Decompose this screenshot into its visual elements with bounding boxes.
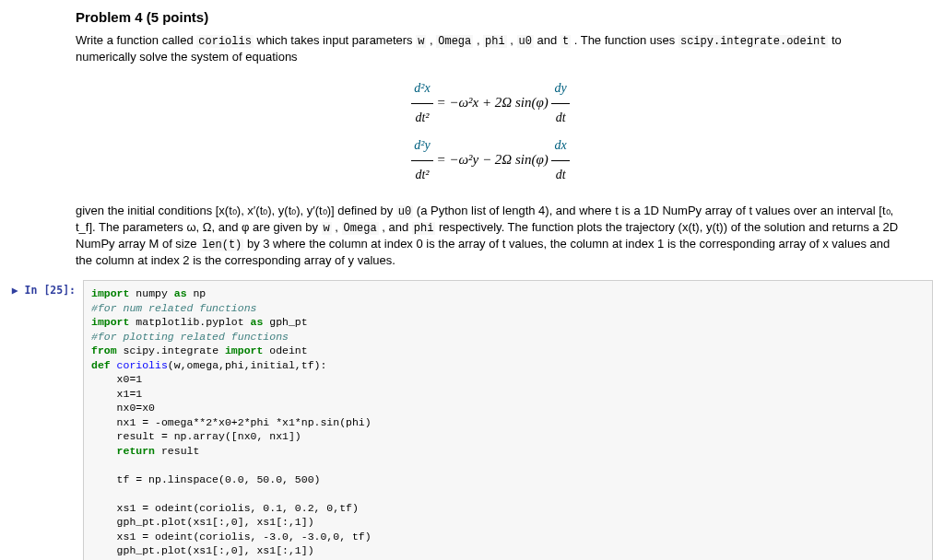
prompt-label: In [25]: xyxy=(25,284,76,297)
txt: (w,omega,phi,initial,tf): xyxy=(168,359,327,371)
intro-paragraph: Write a function called coriolis which t… xyxy=(76,32,905,65)
text: , xyxy=(332,220,342,234)
code-line: xs1 = odeint(coriolis, -3.0, -3.0,0, tf) xyxy=(91,531,372,542)
kw: from xyxy=(91,344,117,356)
run-indicator-icon: ▶ xyxy=(12,284,25,297)
code-line: x0=1 xyxy=(91,373,142,385)
eq1-lhs-num: d²x xyxy=(411,75,432,104)
kw: import xyxy=(225,344,263,356)
code-line: gph_pt.plot(xs1[:,0], xs1[:,1]) xyxy=(91,516,314,528)
text: given the initial conditions [x(t₀), x′(… xyxy=(76,204,396,217)
code-phi: phi xyxy=(483,35,507,48)
equation-2: d²ydt² = −ω²y − 2Ω sin(φ) dxdt xyxy=(76,132,905,190)
code-lent: len(t) xyxy=(200,239,243,251)
eq2-lhs-num: d²y xyxy=(411,132,432,161)
code-omega: Omega xyxy=(436,35,473,48)
text: , and xyxy=(379,220,412,234)
markdown-cell: Problem 4 (5 points) Write a function ca… xyxy=(76,9,905,269)
description-paragraph: given the initial conditions [x(t₀), x′(… xyxy=(76,203,905,269)
text: , xyxy=(473,33,483,47)
eq1-rhs-num: dy xyxy=(551,75,569,104)
txt: numpy xyxy=(129,287,173,299)
kw: as xyxy=(251,316,264,328)
code-u0-2: u0 xyxy=(396,205,413,218)
code-phi-2: phi xyxy=(412,222,436,235)
txt: result xyxy=(155,445,199,457)
eq2-lhs-den: dt² xyxy=(411,161,432,190)
txt: np xyxy=(187,287,206,299)
code-line: gph_pt.plot(xs1[:,0], xs1[:,1]) xyxy=(91,544,314,556)
code-line: result = np.array([nx0, nx1]) xyxy=(91,430,301,442)
eq1-rhs: = −ω²x + 2Ω sin(φ) xyxy=(436,94,548,109)
kw: return xyxy=(117,445,155,457)
equations-block: d²xdt² = −ω²x + 2Ω sin(φ) dydt d²ydt² = … xyxy=(76,75,905,190)
fn-name: coriolis xyxy=(117,359,168,371)
eq2-rhs-den: dt xyxy=(551,161,569,190)
notebook-page: Problem 4 (5 points) Write a function ca… xyxy=(0,9,944,560)
eq1-rhs-den: dt xyxy=(551,104,569,133)
comment: #for plotting related functions xyxy=(91,331,289,343)
code-editor[interactable]: import numpy as np #for num related func… xyxy=(83,280,933,560)
code-w-2: w xyxy=(322,222,332,235)
eq2-rhs: = −ω²y − 2Ω sin(φ) xyxy=(436,152,548,167)
code-line: nx1 = -omega**2*x0+2*phi *x1*np.sin(phi) xyxy=(91,416,372,428)
text: , xyxy=(507,33,517,47)
code-line: nx0=x0 xyxy=(91,402,155,414)
txt: scipy.integrate xyxy=(117,344,225,356)
code-omega-2: Omega xyxy=(342,222,379,235)
kw: import xyxy=(91,287,129,299)
kw: def xyxy=(91,359,117,371)
equation-1: d²xdt² = −ω²x + 2Ω sin(φ) dydt xyxy=(76,75,905,133)
text: Write a function called xyxy=(76,33,196,47)
text: . The function uses xyxy=(571,33,678,47)
code-odeint: scipy.integrate.odeint xyxy=(678,35,828,48)
text: which takes input parameters xyxy=(254,33,416,47)
txt: matplotlib.pyplot xyxy=(129,316,250,328)
code-line: x1=1 xyxy=(91,388,142,400)
kw: import xyxy=(91,316,129,328)
problem-heading: Problem 4 (5 points) xyxy=(76,9,905,25)
kw: as xyxy=(174,287,187,299)
code-cell: ▶ In [25]: import numpy as np #for num r… xyxy=(11,280,933,560)
code-t: t xyxy=(560,35,571,48)
code-w: w xyxy=(416,35,426,48)
code-line: tf = np.linspace(0.0, 50.0, 500) xyxy=(91,473,320,485)
text: and xyxy=(534,33,560,47)
input-prompt: ▶ In [25]: xyxy=(11,280,83,297)
txt xyxy=(91,445,117,457)
txt: odeint xyxy=(263,344,307,356)
txt: gph_pt xyxy=(263,316,307,328)
text: , xyxy=(426,33,436,47)
eq2-rhs-num: dx xyxy=(551,132,569,161)
eq1-lhs-den: dt² xyxy=(411,104,432,133)
comment: #for num related functions xyxy=(91,302,256,314)
code-line: xs1 = odeint(coriolis, 0.1, 0.2, 0,tf) xyxy=(91,502,359,514)
code-coriolis: coriolis xyxy=(196,35,254,48)
code-u0: u0 xyxy=(517,35,534,48)
